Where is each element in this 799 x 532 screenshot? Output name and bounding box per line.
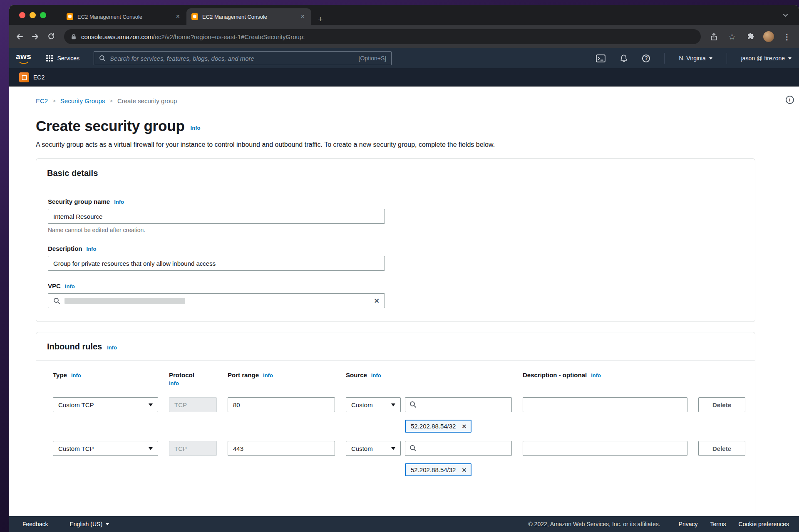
basic-details-card: Basic details Security group name Info N… bbox=[36, 158, 755, 322]
toolbar-actions: ☆ ⋮ bbox=[706, 29, 795, 45]
share-icon bbox=[710, 33, 718, 41]
remove-tag-icon[interactable]: ✕ bbox=[462, 467, 466, 473]
security-group-name-input[interactable] bbox=[48, 209, 385, 224]
title-info-link[interactable]: Info bbox=[191, 125, 201, 131]
inbound-rules-body: Type Info Protocol Info Port range Info bbox=[36, 361, 755, 516]
clear-vpc-icon[interactable]: ✕ bbox=[374, 297, 380, 305]
type-select[interactable]: Custom TCP bbox=[53, 441, 158, 456]
notifications-button[interactable] bbox=[620, 54, 628, 63]
bookmark-star-button[interactable]: ☆ bbox=[724, 29, 740, 45]
description-info-link[interactable]: Info bbox=[87, 246, 97, 252]
console-search[interactable]: [Option+S] bbox=[94, 51, 392, 65]
browser-tab-2[interactable]: EC2 Management Console × bbox=[186, 8, 311, 25]
name-label: Security group name bbox=[48, 198, 110, 205]
bell-icon bbox=[620, 54, 628, 63]
region-selector[interactable]: N. Virginia bbox=[679, 55, 712, 62]
tab-search-chevron-icon[interactable] bbox=[783, 13, 788, 17]
rule-description-input[interactable] bbox=[523, 397, 687, 412]
close-window-button[interactable] bbox=[19, 12, 25, 18]
port-range-input[interactable] bbox=[228, 397, 335, 412]
protocol-info-link[interactable]: Info bbox=[169, 380, 179, 386]
info-panel-toggle[interactable]: i bbox=[786, 96, 794, 104]
breadcrumb-ec2[interactable]: EC2 bbox=[36, 97, 48, 104]
rule-description-input[interactable] bbox=[523, 441, 687, 456]
services-menu-button[interactable]: Services bbox=[43, 52, 83, 64]
console-footer: Feedback English (US) © 2022, Amazon Web… bbox=[9, 516, 799, 532]
account-label: jason @ firezone bbox=[741, 55, 785, 62]
col-type-label: Type bbox=[53, 371, 67, 379]
favorite-ec2[interactable]: EC2 bbox=[19, 72, 45, 82]
help-panel-rail: i bbox=[780, 87, 799, 516]
back-button[interactable] bbox=[12, 29, 27, 45]
type-info-link[interactable]: Info bbox=[71, 372, 81, 379]
port-range-info-link[interactable]: Info bbox=[263, 372, 273, 379]
description-info-link[interactable]: Info bbox=[591, 372, 601, 379]
search-icon bbox=[99, 55, 106, 62]
forward-button[interactable] bbox=[27, 29, 43, 45]
browser-toolbar: console.aws.amazon.com/ec2/v2/home?regio… bbox=[9, 25, 799, 48]
zoom-window-button[interactable] bbox=[40, 12, 46, 18]
privacy-link[interactable]: Privacy bbox=[679, 521, 698, 527]
breadcrumb-security-groups[interactable]: Security Groups bbox=[60, 97, 105, 104]
type-select[interactable]: Custom TCP bbox=[53, 397, 158, 412]
inbound-rule-row: Custom TCP Custom bbox=[53, 397, 738, 412]
aws-logo[interactable]: aws bbox=[16, 53, 31, 64]
protocol-input bbox=[169, 441, 217, 456]
share-button[interactable] bbox=[706, 29, 722, 45]
copyright-text: © 2022, Amazon Web Services, Inc. or its… bbox=[528, 521, 660, 527]
browser-menu-button[interactable]: ⋮ bbox=[779, 29, 795, 45]
feedback-link[interactable]: Feedback bbox=[22, 521, 48, 527]
aws-nav-right: ? N. Virginia jason @ firezone bbox=[596, 53, 792, 64]
chevron-down-icon bbox=[709, 57, 712, 59]
name-help-text: Name cannot be edited after creation. bbox=[48, 227, 743, 233]
delete-rule-button[interactable]: Delete bbox=[698, 397, 745, 412]
cloudshell-icon bbox=[596, 54, 605, 62]
tab-title: EC2 Management Console bbox=[77, 14, 170, 20]
source-select[interactable]: Custom bbox=[346, 397, 401, 412]
new-tab-button[interactable]: + bbox=[315, 13, 326, 25]
reload-button[interactable] bbox=[43, 29, 59, 45]
vpc-info-link[interactable]: Info bbox=[65, 283, 75, 290]
col-source-label: Source bbox=[346, 371, 367, 379]
language-selector[interactable]: English (US) bbox=[69, 521, 109, 527]
delete-rule-button[interactable]: Delete bbox=[698, 441, 745, 456]
source-select[interactable]: Custom bbox=[346, 441, 401, 456]
close-tab-icon[interactable]: × bbox=[174, 12, 181, 21]
source-cidr-tag: 52.202.88.54/32 ✕ bbox=[405, 420, 471, 433]
avatar bbox=[763, 31, 774, 42]
services-grid-icon bbox=[46, 55, 53, 62]
inbound-rules-info-link[interactable]: Info bbox=[107, 344, 117, 351]
source-search-input[interactable] bbox=[405, 441, 512, 456]
extensions-button[interactable] bbox=[742, 29, 758, 45]
security-group-name-field: Security group name Info Name cannot be … bbox=[48, 198, 743, 233]
cloudshell-button[interactable] bbox=[596, 54, 605, 62]
chevron-down-icon bbox=[788, 57, 792, 59]
cookie-preferences-link[interactable]: Cookie preferences bbox=[739, 521, 789, 527]
question-icon: ? bbox=[642, 54, 650, 62]
url-bar[interactable]: console.aws.amazon.com/ec2/v2/home?regio… bbox=[64, 29, 701, 44]
vpc-select-input[interactable]: ✕ bbox=[48, 293, 385, 308]
reload-icon bbox=[47, 32, 55, 41]
terms-link[interactable]: Terms bbox=[710, 521, 726, 527]
profile-button[interactable] bbox=[761, 29, 777, 45]
overflow-menu-icon: ⋮ bbox=[783, 32, 791, 42]
tab-strip: EC2 Management Console × EC2 Management … bbox=[9, 5, 799, 25]
source-info-link[interactable]: Info bbox=[371, 372, 381, 379]
console-search-input[interactable] bbox=[110, 55, 354, 62]
description-label: Description bbox=[48, 245, 82, 252]
name-info-link[interactable]: Info bbox=[114, 199, 124, 205]
rules-column-headers: Type Info Protocol Info Port range Info bbox=[53, 371, 738, 386]
port-range-input[interactable] bbox=[228, 441, 335, 456]
basic-details-body: Security group name Info Name cannot be … bbox=[36, 187, 755, 322]
minimize-window-button[interactable] bbox=[30, 12, 36, 18]
browser-tab-1[interactable]: EC2 Management Console × bbox=[62, 8, 186, 25]
chevron-down-icon bbox=[391, 447, 395, 450]
breadcrumb: EC2 > Security Groups > Create security … bbox=[36, 87, 755, 104]
description-input[interactable] bbox=[48, 256, 385, 271]
close-tab-icon[interactable]: × bbox=[299, 12, 306, 21]
account-menu[interactable]: jason @ firezone bbox=[741, 55, 792, 62]
source-search-input[interactable] bbox=[405, 397, 512, 412]
help-button[interactable]: ? bbox=[642, 54, 650, 62]
remove-tag-icon[interactable]: ✕ bbox=[462, 423, 466, 430]
tabs: EC2 Management Console × EC2 Management … bbox=[62, 5, 326, 25]
